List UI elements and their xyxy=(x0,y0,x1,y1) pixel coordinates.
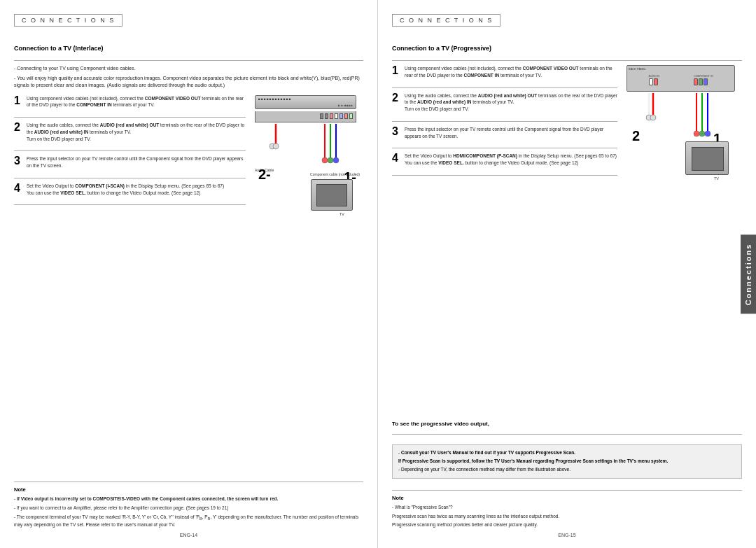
intro-bullet-2: - You will enjoy high quality and accura… xyxy=(14,75,363,90)
right-page-number: ENG-15 xyxy=(392,528,742,538)
progressive-heading: To see the progressive video output, xyxy=(392,421,742,427)
prog-note-1: - Consult your TV User's Manual to find … xyxy=(398,449,736,456)
comp-r xyxy=(694,78,698,85)
r-divider-4 xyxy=(392,175,617,176)
comp-g xyxy=(699,78,703,85)
step-3-num: 3 xyxy=(14,155,24,167)
cables-svg xyxy=(255,124,356,166)
audio-label: AUDIO IN xyxy=(649,75,660,78)
divider-3 xyxy=(14,178,246,178)
step-1-text: Using component video cables (not includ… xyxy=(27,95,246,109)
audio-port-group xyxy=(649,78,660,85)
right-content-area: Connection to a TV (Progressive) 1 Using… xyxy=(392,42,742,538)
step-3-text: Press the input selector on your TV remo… xyxy=(27,155,246,169)
left-title-bar: C O N N E C T I O N S xyxy=(14,14,363,35)
progressive-note-box: - Consult your TV User's Manual to find … xyxy=(392,444,742,479)
step-4-num: 4 xyxy=(14,183,24,194)
left-main-content: 1 Using component video cables (not incl… xyxy=(14,95,363,477)
tv-screen-left xyxy=(316,184,347,206)
svg-point-16 xyxy=(650,115,656,120)
left-diagram-area: ■ ■ ■ ■ ■ ■ ■ ■ ■ ■ ■ ■ ▶ ■ ◀◀ ▶▶ xyxy=(255,95,360,216)
port2 xyxy=(325,113,328,119)
svg-point-19 xyxy=(705,131,710,136)
intro-bullet-1: - Connecting to your TV using Component … xyxy=(14,65,363,73)
right-page-heading: Connection to a TV (Progressive) xyxy=(392,45,742,52)
left-note-title: Note xyxy=(14,486,363,493)
right-step-4: 4 Set the Video Output to HDMI/COMPONENT… xyxy=(392,153,617,167)
divider-4 xyxy=(14,204,246,205)
r-step-1-num: 1 xyxy=(392,65,402,76)
r-step-2-text: Using the audio cables, connect the AUDI… xyxy=(405,92,617,113)
r-step-3-num: 3 xyxy=(392,126,402,137)
r-step-4-text: Set the Video Output to HDMI/COMPONENT (… xyxy=(405,153,617,167)
left-step-4: 4 Set the Video Output to COMPONENT (I-S… xyxy=(14,183,246,197)
dvd-back-panel xyxy=(255,111,356,122)
step-2-text: Using the audio cables, connect the AUDI… xyxy=(27,122,246,142)
step-4-text: Set the Video Output to COMPONENT (I-SCA… xyxy=(27,183,246,197)
tv-label-left: TV xyxy=(340,212,344,216)
left-note-1: - If Video output is incorrectly set to … xyxy=(14,496,363,503)
svg-point-18 xyxy=(699,131,705,136)
dvd-unit-left: ■ ■ ■ ■ ■ ■ ■ ■ ■ ■ ■ ■ ▶ ■ ◀◀ ▶▶ xyxy=(255,95,356,109)
right-step-1: 1 Using component video cables (not incl… xyxy=(392,65,617,79)
r-divider-1 xyxy=(392,87,617,88)
dvd-back-right: BACK PANEL AUDIO IN xyxy=(626,65,735,92)
connections-side-tab: Connections xyxy=(741,234,756,314)
prog-note-2: If Progressive Scan is supported, follow… xyxy=(398,458,736,465)
port7 xyxy=(349,113,353,119)
port6 xyxy=(344,113,348,119)
right-note-section: Note - What is "Progressive Scan"? Progr… xyxy=(392,490,742,528)
svg-point-8 xyxy=(328,157,333,163)
left-step-2: 2 Using the audio cables, connect the AU… xyxy=(14,122,246,142)
left-diagram: ■ ■ ■ ■ ■ ■ ■ ■ ■ ■ ■ ■ ▶ ■ ◀◀ ▶▶ xyxy=(251,95,363,477)
right-step-2: 2 Using the audio cables, connect the AU… xyxy=(392,92,617,113)
left-step-3: 3 Press the input selector on your TV re… xyxy=(14,155,246,169)
left-page-number: ENG-14 xyxy=(14,528,363,538)
right-note-1: - What is "Progressive Scan"? xyxy=(392,504,742,511)
right-step-3: 3 Press the input selector on your TV re… xyxy=(392,126,617,140)
r-step-1-text: Using component video cables (not includ… xyxy=(405,65,617,79)
left-divider-top xyxy=(14,60,363,61)
right-title-bar: C O N N E C T I O N S xyxy=(392,14,742,35)
r-diagram-num-2: 2 xyxy=(632,128,640,144)
port4 xyxy=(335,113,338,119)
port5 xyxy=(340,113,343,119)
svg-point-17 xyxy=(694,131,699,136)
dvd-ports xyxy=(255,111,356,122)
dvd-display: ■ ■ ■ ■ ■ ■ ■ ■ ■ ■ ■ ■ xyxy=(258,97,290,101)
right-note-3: Progressive scanning method provides bet… xyxy=(392,521,742,528)
tv-unit-right xyxy=(685,141,729,175)
component-ports: COMPONENT IN xyxy=(694,75,713,85)
tv-unit-right-container: TV xyxy=(626,141,738,181)
r-divider-3 xyxy=(392,148,617,148)
left-note-3: - The component terminal of your TV may … xyxy=(14,514,363,528)
left-steps-column: 1 Using component video cables (not incl… xyxy=(14,95,246,477)
divider-2 xyxy=(14,150,246,151)
tv-unit-left xyxy=(311,179,353,211)
left-note-section: Note - If Video output is incorrectly se… xyxy=(14,482,363,528)
right-ports: AUDIO IN COMPONENT IN xyxy=(629,71,733,88)
component-port-group xyxy=(694,78,713,85)
right-page: Connections C O N N E C T I O N S Connec… xyxy=(378,0,756,548)
right-connections-title: C O N N E C T I O N S xyxy=(392,14,500,27)
svg-point-7 xyxy=(322,157,328,163)
r-divider-2 xyxy=(392,121,617,122)
component-label: COMPONENT IN xyxy=(694,75,713,78)
svg-point-9 xyxy=(333,157,339,163)
tv-label-right: TV xyxy=(714,176,719,181)
tv-unit-left-container: TV xyxy=(255,179,360,216)
tv-screen-right xyxy=(692,147,724,171)
left-intro: - Connecting to your TV using Component … xyxy=(14,65,363,90)
right-main-content: 1 Using component video cables (not incl… xyxy=(392,65,742,415)
right-steps-column: 1 Using component video cables (not incl… xyxy=(392,65,617,415)
dvd-controls: ▶ ■ ◀◀ ▶▶ xyxy=(338,104,353,107)
right-diagram-area: BACK PANEL AUDIO IN xyxy=(626,65,738,181)
right-note-title: Note xyxy=(392,495,742,501)
r-step-4-num: 4 xyxy=(392,153,402,164)
right-diagram: BACK PANEL AUDIO IN xyxy=(623,65,742,415)
step-2-num: 2 xyxy=(14,122,24,133)
comp-b xyxy=(704,78,708,85)
audio-ports: AUDIO IN xyxy=(649,75,660,85)
right-note-2: Progressive scan has twice as many scann… xyxy=(392,513,742,520)
svg-point-6 xyxy=(273,143,279,149)
